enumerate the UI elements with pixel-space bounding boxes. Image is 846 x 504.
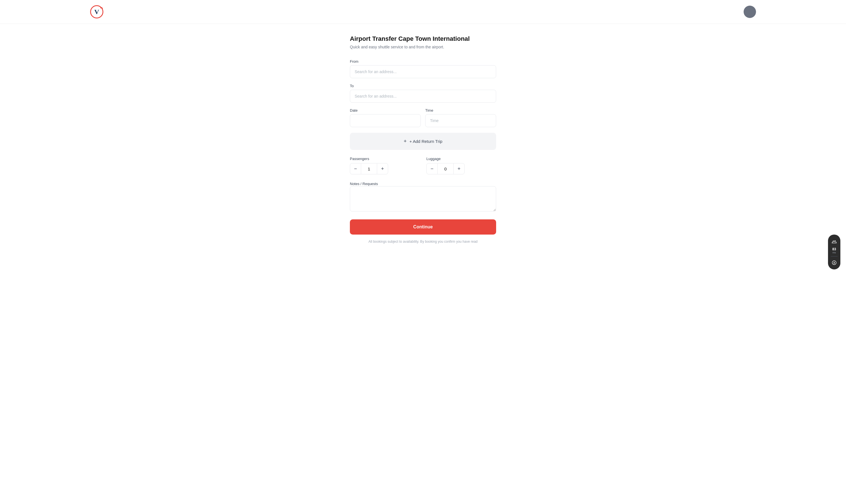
passengers-group: Passengers − 1 + — [350, 157, 420, 174]
from-input[interactable] — [350, 65, 496, 78]
passengers-value: 1 — [361, 163, 377, 174]
to-label: To — [350, 84, 496, 88]
side-widget: 83 ms — [828, 235, 840, 269]
luggage-group: Luggage − 0 + — [426, 157, 496, 174]
counter-section: Passengers − 1 + Luggage − 0 + — [350, 157, 496, 174]
passengers-decrease-button[interactable]: − — [350, 163, 361, 174]
passengers-control: − 1 + — [350, 163, 420, 174]
from-group: From — [350, 59, 496, 78]
svg-text:V: V — [94, 8, 99, 16]
luggage-increase-button[interactable]: + — [453, 163, 465, 174]
luggage-label: Luggage — [426, 157, 496, 161]
add-return-trip-button[interactable]: + + Add Return Trip — [350, 133, 496, 150]
luggage-decrease-button[interactable]: − — [426, 163, 438, 174]
add-return-label: + Add Return Trip — [410, 139, 443, 144]
passengers-increase-button[interactable]: + — [377, 163, 388, 174]
date-label: Date — [350, 108, 421, 112]
page-title: Airport Transfer Cape Town International — [350, 35, 496, 42]
mountain-icon — [830, 237, 838, 245]
download-icon[interactable] — [830, 259, 838, 267]
date-input[interactable] — [350, 114, 421, 127]
time-group: Time — [425, 108, 496, 127]
to-group: To — [350, 84, 496, 103]
notes-section: Notes / Requests — [350, 181, 496, 213]
widget-badge: 83 ms — [832, 248, 836, 254]
luggage-value: 0 — [438, 163, 453, 174]
main-content: Airport Transfer Cape Town International… — [344, 24, 502, 261]
time-label: Time — [425, 108, 496, 112]
to-input[interactable] — [350, 90, 496, 103]
widget-ms-number: 83 — [832, 248, 836, 251]
page-subtitle: Quick and easy shuttle service to and fr… — [350, 45, 496, 49]
date-group: Date — [350, 108, 421, 127]
time-input[interactable] — [425, 114, 496, 127]
from-label: From — [350, 59, 496, 64]
passengers-label: Passengers — [350, 157, 420, 161]
disclaimer-text: All bookings subject to availability. By… — [350, 239, 496, 244]
widget-divider — [831, 256, 838, 256]
widget-ms-unit: ms — [832, 251, 836, 254]
notes-label: Notes / Requests — [350, 182, 378, 186]
logo[interactable]: V — [90, 5, 104, 19]
continue-button[interactable]: Continue — [350, 219, 496, 235]
notes-textarea[interactable] — [350, 186, 496, 212]
luggage-control: − 0 + — [426, 163, 496, 174]
avatar[interactable] — [744, 6, 756, 18]
plus-icon: + — [403, 138, 407, 144]
header: V — [0, 0, 846, 24]
date-time-row: Date Time — [350, 108, 496, 127]
